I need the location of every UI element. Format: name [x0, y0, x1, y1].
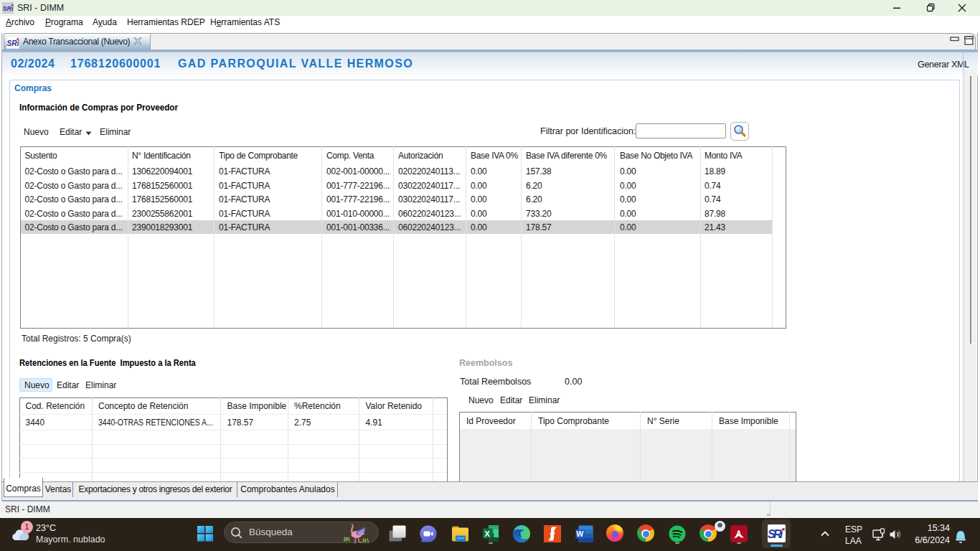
- svg-text:SRi: SRi: [7, 39, 19, 47]
- svg-text:W: W: [576, 529, 583, 538]
- svg-text:SRi: SRi: [768, 527, 783, 540]
- svg-text:SRi: SRi: [3, 5, 14, 12]
- svg-text:X: X: [484, 529, 490, 538]
